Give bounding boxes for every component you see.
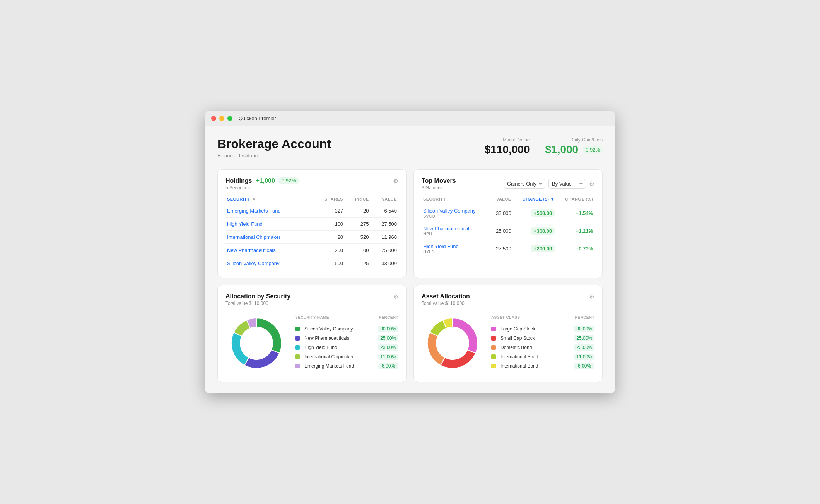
alloc-security-content: SECURITY NAME PERCENT Silicon Valley Com… <box>226 312 398 374</box>
legend-item: New Pharmaceuticals 25.00% <box>295 334 398 343</box>
legend-name: Large Cap Stock <box>501 326 571 332</box>
top-movers-controls: Gainers Only All By Value By Change ⚙ <box>504 179 594 189</box>
legend-item: International Chipmaker 11.00% <box>295 352 398 361</box>
holding-name[interactable]: Silicon Valley Company <box>226 257 311 270</box>
mover-name[interactable]: Silicon Valley Company SVCO <box>422 204 490 222</box>
asset-alloc-header: Asset Allocation Total value $110,000 ⚙ <box>422 293 594 306</box>
top-movers-subtitle: 3 Gainers <box>422 185 456 191</box>
col-mover-value: VALUE <box>490 194 513 204</box>
legend-item: High Yield Fund 23.00% <box>295 343 398 352</box>
institution-name: Financial Institution <box>217 153 331 158</box>
mover-name[interactable]: High Yield Fund HYFN <box>422 240 490 257</box>
legend-item: International Bond 6.00% <box>491 361 594 371</box>
table-row: International Chipmaker 20 520 11,960 <box>226 230 398 243</box>
daily-gain-value: $1,000 <box>545 143 578 156</box>
mover-value: 27,500 <box>490 240 513 257</box>
legend-name: International Bond <box>501 363 571 369</box>
security-legend-col1: SECURITY NAME <box>295 315 379 320</box>
holding-value: 6,540 <box>371 204 398 218</box>
holdings-change: +1,000 <box>256 177 275 184</box>
security-legend-col2: PERCENT <box>379 315 398 320</box>
account-stats: Market Value $110,000 Daily Gain/Loss $1… <box>485 137 603 156</box>
holding-name[interactable]: International Chipmaker <box>226 230 311 243</box>
holding-shares: 20 <box>311 230 345 243</box>
security-legend: SECURITY NAME PERCENT Silicon Valley Com… <box>295 315 398 371</box>
legend-item: Domestic Bond 23.00% <box>491 343 594 352</box>
legend-item: Small Cap Stock 25.00% <box>491 334 594 343</box>
table-row: High Yield Fund 100 275 27,500 <box>226 217 398 230</box>
top-movers-header: Top Movers 3 Gainers Gainers Only All By… <box>422 177 594 191</box>
col-mover-change-dollar[interactable]: CHANGE ($) ▼ <box>513 194 557 204</box>
sort-by-filter[interactable]: By Value By Change <box>548 179 586 189</box>
holding-name[interactable]: Emerging Markets Fund <box>226 204 311 218</box>
legend-color-dot <box>295 345 300 350</box>
mover-name[interactable]: New Pharmaceuticals NPH <box>422 222 490 240</box>
alloc-security-filter-icon[interactable]: ⚙ <box>393 293 398 300</box>
mover-change-pct: +1.54% <box>556 204 594 222</box>
asset-legend-items: Large Cap Stock 30.00% Small Cap Stock 2… <box>491 324 594 371</box>
col-security[interactable]: SECURITY ▼ <box>226 194 311 204</box>
table-row: Emerging Markets Fund 327 20 6,540 <box>226 204 398 218</box>
mover-change-dollar: +300.00 <box>513 222 557 240</box>
legend-item: International Stock 11.00% <box>491 352 594 361</box>
alloc-security-subtitle: Total value $110,000 <box>226 301 290 306</box>
asset-allocation-panel: Asset Allocation Total value $110,000 ⚙ … <box>413 285 603 382</box>
asset-legend-header: ASSET CLASS PERCENT <box>491 315 594 321</box>
table-row: High Yield Fund HYFN 27,500 +200.00 +0.7… <box>422 240 594 257</box>
holding-shares: 100 <box>311 217 345 230</box>
holdings-filter-icon[interactable]: ⚙ <box>393 177 398 185</box>
legend-name: Silicon Valley Company <box>304 326 375 332</box>
mover-value: 33,000 <box>490 204 513 222</box>
top-movers-filter-icon[interactable]: ⚙ <box>589 180 594 187</box>
holding-shares: 500 <box>311 257 345 270</box>
col-shares: SHARES <box>311 194 345 204</box>
col-mover-change-pct: CHANGE (%) <box>556 194 594 204</box>
holding-shares: 327 <box>311 204 345 218</box>
holdings-table-header: SECURITY ▼ SHARES PRICE VALUE <box>226 194 398 204</box>
legend-pct: 11.00% <box>378 354 398 360</box>
legend-item: Silicon Valley Company 30.00% <box>295 324 398 334</box>
alloc-security-title-area: Allocation by Security Total value $110,… <box>226 293 290 306</box>
legend-color-dot <box>295 327 300 331</box>
holdings-table-body: Emerging Markets Fund 327 20 6,540 High … <box>226 204 398 270</box>
account-header: Brokerage Account Financial Institution … <box>217 137 603 158</box>
legend-name: Domestic Bond <box>501 345 571 350</box>
security-donut-chart <box>226 312 287 374</box>
asset-donut-chart <box>422 312 483 374</box>
mover-change-dollar: +500.00 <box>513 204 557 222</box>
movers-table: SECURITY VALUE CHANGE ($) ▼ CHANGE (%) S… <box>422 194 594 257</box>
holding-value: 25,000 <box>371 243 398 257</box>
col-value: VALUE <box>371 194 398 204</box>
legend-pct: 6.00% <box>574 363 594 369</box>
legend-color-dot <box>295 336 300 341</box>
minimize-button[interactable] <box>219 116 224 121</box>
holdings-subtitle: 5 Securities <box>226 185 299 191</box>
movers-table-header: SECURITY VALUE CHANGE ($) ▼ CHANGE (%) <box>422 194 594 204</box>
holding-price: 520 <box>345 230 370 243</box>
legend-name: International Chipmaker <box>304 354 375 359</box>
movers-table-body: Silicon Valley Company SVCO 33,000 +500.… <box>422 204 594 257</box>
holding-price: 20 <box>345 204 370 218</box>
maximize-button[interactable] <box>227 116 232 121</box>
close-button[interactable] <box>211 116 216 121</box>
legend-color-dot <box>491 336 496 341</box>
asset-alloc-filter-icon[interactable]: ⚙ <box>589 293 594 300</box>
table-row: New Pharmaceuticals 250 100 25,000 <box>226 243 398 257</box>
holdings-title: Holdings <box>226 177 252 184</box>
holding-name[interactable]: New Pharmaceuticals <box>226 243 311 257</box>
account-info: Brokerage Account Financial Institution <box>217 137 331 158</box>
market-value-stat: Market Value $110,000 <box>485 137 530 156</box>
legend-name: International Stock <box>501 354 571 359</box>
legend-name: Small Cap Stock <box>501 335 571 341</box>
asset-legend-col2: PERCENT <box>575 315 594 320</box>
legend-color-dot <box>295 354 300 359</box>
gainers-filter[interactable]: Gainers Only All <box>504 179 545 189</box>
holding-name[interactable]: High Yield Fund <box>226 217 311 230</box>
holdings-header: Holdings +1,000 0.92% 5 Securities ⚙ <box>226 177 398 191</box>
legend-pct: 30.00% <box>574 326 594 332</box>
top-movers-title: Top Movers <box>422 177 456 184</box>
legend-pct: 25.00% <box>378 335 398 341</box>
legend-pct: 23.00% <box>574 344 594 351</box>
daily-gain-label: Daily Gain/Loss <box>545 137 603 143</box>
title-bar: Quicken Premier <box>205 111 615 126</box>
